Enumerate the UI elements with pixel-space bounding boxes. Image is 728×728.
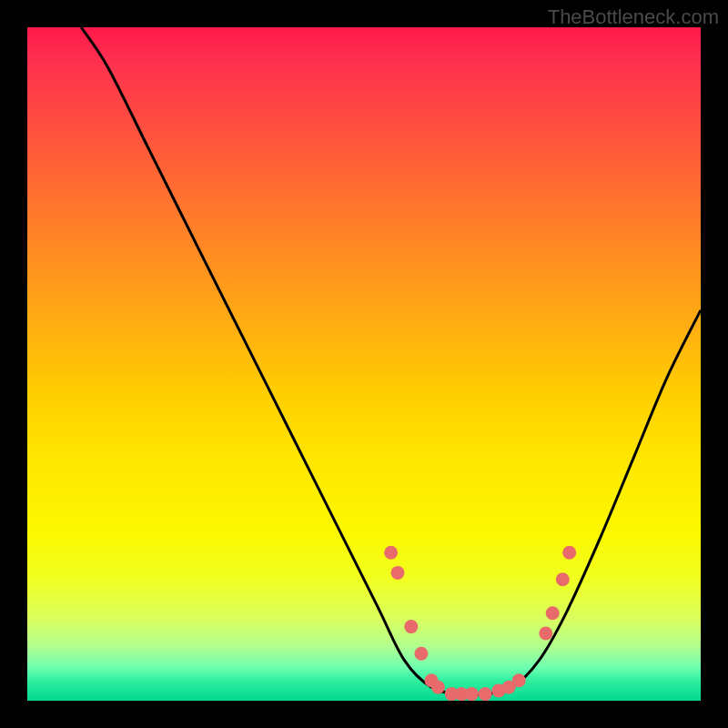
data-marker xyxy=(556,572,570,586)
data-markers xyxy=(384,546,576,701)
data-marker xyxy=(384,546,398,560)
curve-svg xyxy=(27,27,701,701)
data-marker xyxy=(479,687,492,701)
data-marker xyxy=(414,647,428,661)
data-marker xyxy=(431,681,445,694)
data-marker xyxy=(562,546,576,560)
data-marker xyxy=(546,606,560,620)
data-marker xyxy=(465,687,479,701)
data-marker xyxy=(391,566,405,580)
data-marker xyxy=(404,620,418,633)
chart-container: TheBottleneck.com xyxy=(0,0,728,728)
watermark-text: TheBottleneck.com xyxy=(548,5,719,29)
data-marker xyxy=(539,627,552,641)
data-marker xyxy=(512,673,526,687)
bottleneck-curve xyxy=(81,27,701,695)
plot-area xyxy=(27,27,701,701)
